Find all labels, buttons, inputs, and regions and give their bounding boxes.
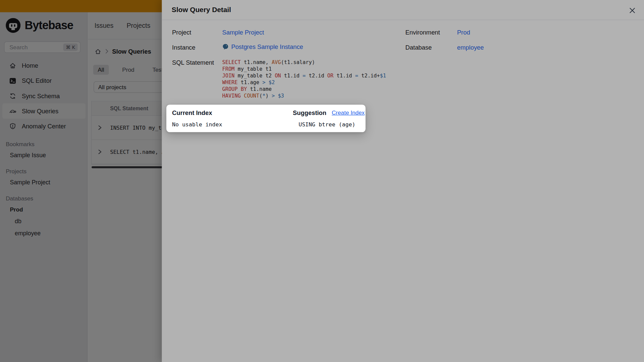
current-index-value: No usable index [172,121,222,128]
popover-header-row: Current Index Suggestion Create Index [172,108,360,117]
suggestion-label: Suggestion [293,109,326,116]
create-index-link[interactable]: Create Index [332,109,365,116]
suggestion-value: USING btree (age) [299,121,355,128]
index-suggestion-popover: Current Index Suggestion Create Index No… [166,105,366,132]
current-index-label: Current Index [172,109,212,116]
popover-value-row: No usable index USING btree (age) [172,120,360,129]
popover-backdrop[interactable] [0,0,644,362]
screen: Bytebase ⌘ K Home [0,0,644,362]
